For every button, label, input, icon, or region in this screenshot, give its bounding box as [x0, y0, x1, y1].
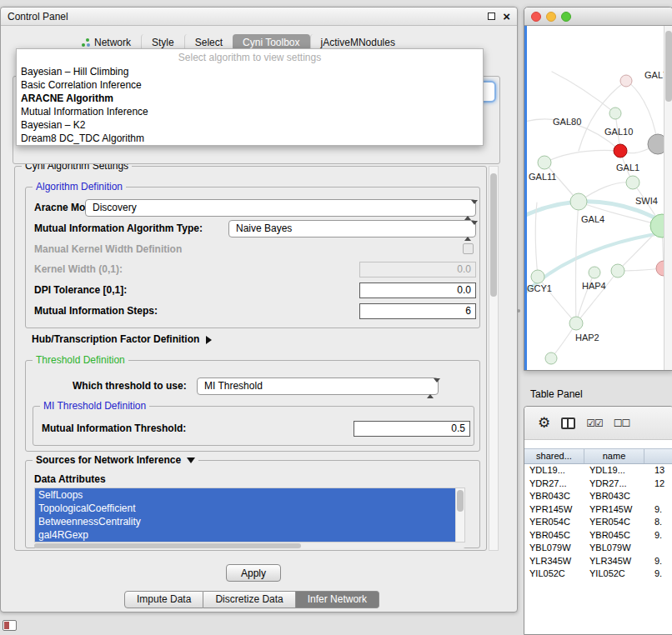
minimized-panel-icon[interactable] [3, 620, 17, 631]
mi-threshold-input[interactable]: 0.5 [354, 421, 470, 437]
table-row[interactable]: YIL052CYIL052C9. [524, 568, 672, 581]
algorithm-option-bayesian-hill-climbing[interactable]: Bayesian – Hill Climbing [17, 65, 483, 78]
network-node[interactable] [569, 317, 583, 330]
table-cell[interactable]: 9. [644, 503, 672, 517]
table-cell[interactable]: YIL052C [584, 568, 644, 581]
attribute-item-gal4rgexp[interactable]: gal4RGexp [35, 528, 455, 542]
close-panel-icon[interactable]: × [503, 9, 510, 24]
table-cell[interactable]: YDL19... [584, 464, 644, 478]
tab-impute-data[interactable]: Impute Data [124, 591, 203, 608]
attributes-vscrollbar[interactable] [455, 488, 464, 542]
apply-button[interactable]: Apply [226, 564, 281, 582]
table-row[interactable]: YDL19...YDL19...13 [524, 464, 672, 478]
table-cell[interactable]: YLR345W [524, 555, 584, 568]
scrollbar-thumb[interactable] [457, 490, 464, 512]
splitter-handle[interactable] [517, 309, 520, 312]
zoom-window-icon[interactable] [561, 12, 571, 22]
table-cell[interactable]: YBR043C [524, 490, 584, 503]
table-cell[interactable]: YIL052C [524, 568, 584, 581]
table-cell[interactable]: YBR045C [524, 529, 584, 542]
deselect-all-icon[interactable]: ☐☐ [614, 418, 630, 429]
gear-icon[interactable]: ⚙ [538, 416, 550, 430]
table-cell[interactable]: YBL079W [584, 542, 644, 555]
scrollbar-thumb[interactable] [665, 31, 672, 102]
table-row[interactable]: YBL079WYBL079W [524, 542, 672, 555]
table-row[interactable]: YLR345WYLR345W9. [524, 555, 672, 568]
table-cell[interactable]: YPR145W [524, 503, 584, 517]
table-cell[interactable]: YLR345W [584, 555, 644, 568]
table-cell[interactable]: YPR145W [584, 503, 644, 517]
network-node[interactable] [611, 264, 624, 278]
network-node[interactable] [609, 108, 621, 119]
table-cell[interactable]: YDR27... [524, 478, 584, 491]
network-node[interactable] [545, 352, 557, 364]
table-cell[interactable]: 9. [644, 555, 672, 568]
dpi-tolerance-input[interactable]: 0.0 [359, 282, 476, 298]
table-cell[interactable] [644, 542, 672, 555]
table-cell[interactable]: YER054C [584, 516, 644, 529]
table-row[interactable]: YPR145WYPR145W9. [524, 503, 672, 517]
algorithm-option-mutual-information-inference[interactable]: Mutual Information Inference [17, 105, 483, 118]
float-window-icon[interactable] [488, 12, 495, 20]
scrollbar-thumb[interactable] [490, 173, 497, 297]
manual-kernel-checkbox[interactable] [463, 243, 474, 254]
tab-infer-network[interactable]: Infer Network [296, 591, 379, 608]
network-node[interactable] [620, 75, 632, 87]
close-window-icon[interactable] [531, 12, 541, 22]
network-node[interactable] [531, 270, 544, 283]
network-node[interactable] [626, 176, 639, 189]
algorithm-option-bayesian-k2[interactable]: Bayesian – K2 [17, 118, 483, 132]
table-cell[interactable]: 13 [644, 464, 672, 478]
sources-group-title[interactable]: Sources for Network Inference [33, 454, 198, 467]
network-edge[interactable] [544, 150, 620, 162]
table-row[interactable]: YER054CYER054C8. [524, 516, 672, 529]
column-header-shared-[interactable]: shared... [524, 449, 584, 463]
scrollbar-thumb[interactable] [34, 543, 301, 548]
column-header-name[interactable]: name [584, 449, 644, 463]
tab-discretize-data[interactable]: Discretize Data [203, 591, 295, 608]
mi-steps-input[interactable]: 6 [359, 303, 476, 319]
network-vscrollbar[interactable] [664, 26, 672, 370]
table-cell[interactable]: YBR045C [584, 529, 644, 542]
table-cell[interactable]: YDR27... [584, 478, 644, 491]
table-cell[interactable]: YDL19... [524, 464, 584, 478]
select-all-icon[interactable]: ☑☑ [586, 418, 603, 429]
network-edge[interactable] [576, 271, 618, 323]
table-cell[interactable]: 8. [644, 516, 672, 529]
network-window-titlebar[interactable] [524, 8, 672, 26]
network-edge[interactable] [552, 72, 615, 113]
network-edge[interactable] [535, 202, 538, 277]
network-canvas[interactable]: GAL7GAL80GAL10GAL11GAL1SWI4GAL4GCY1HAP4H… [524, 26, 672, 370]
data-attributes-list[interactable]: SelfLoopsTopologicalCoefficientBetweenne… [34, 488, 465, 542]
hub-definition-section[interactable]: Hub/Transcription Factor Definition [32, 333, 212, 345]
mi-type-select[interactable]: Naive Bayes [228, 220, 476, 238]
table-cell[interactable]: 9. [644, 529, 672, 542]
table-cell[interactable]: 9. [644, 568, 672, 581]
algorithm-option-dream8-dc-tdc-algorithm[interactable]: Dream8 DC_TDC Algorithm [17, 132, 483, 145]
table-cell[interactable]: YBL079W [524, 542, 584, 555]
attribute-item-selfloops[interactable]: SelfLoops [35, 488, 455, 502]
collapse-arrow-icon[interactable] [187, 458, 195, 463]
attribute-item-betweennesscentrality[interactable]: BetweennessCentrality [35, 515, 455, 528]
column-header-2[interactable] [644, 449, 672, 463]
table-cell[interactable]: YER054C [524, 516, 584, 529]
table-cell[interactable] [644, 490, 672, 503]
table-row[interactable]: YBR043CYBR043C [524, 490, 672, 503]
algorithm-option-basic-correlation-inference[interactable]: Basic Correlation Inference [17, 78, 483, 92]
minimize-window-icon[interactable] [546, 12, 556, 22]
expand-arrow-icon[interactable] [206, 336, 212, 344]
attributes-hscrollbar[interactable] [34, 543, 465, 548]
network-node[interactable] [614, 144, 627, 158]
settings-vscrollbar[interactable] [489, 166, 499, 551]
kernel-width-input[interactable]: 0.0 [359, 262, 476, 278]
table-row[interactable]: YDR27...YDR27...12 [524, 478, 672, 491]
network-node[interactable] [570, 193, 587, 210]
table-cell[interactable]: 12 [644, 478, 672, 491]
network-edge[interactable] [575, 202, 579, 323]
table-cell[interactable]: YBR043C [584, 490, 644, 503]
table-row[interactable]: YBR045CYBR045C9. [524, 529, 672, 542]
which-threshold-select[interactable]: MI Threshold [197, 378, 439, 395]
algorithm-option-aracne-algorithm[interactable]: ARACNE Algorithm [17, 92, 483, 105]
attribute-item-topologicalcoefficient[interactable]: TopologicalCoefficient [35, 502, 455, 515]
network-node[interactable] [538, 156, 551, 169]
